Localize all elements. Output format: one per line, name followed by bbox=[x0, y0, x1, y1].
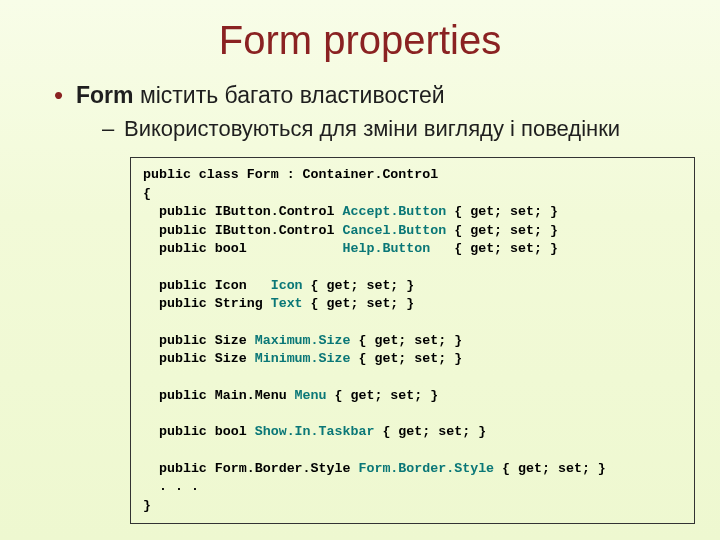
code-text: public class Form : Container.Control bbox=[143, 167, 438, 182]
code-prop: Accept.Button bbox=[343, 204, 447, 219]
code-prop: Menu bbox=[295, 388, 327, 403]
code-prop: Cancel.Button bbox=[343, 223, 447, 238]
code-prop: Form.Border.Style bbox=[358, 461, 494, 476]
code-text: public String bbox=[143, 296, 271, 311]
code-prop: Text bbox=[271, 296, 303, 311]
slide-title: Form properties bbox=[40, 18, 680, 63]
bullet-main-bold: Form bbox=[76, 82, 134, 108]
code-text: { get; set; } bbox=[446, 223, 558, 238]
bullet-main: Form містить багато властивостей Викорис… bbox=[54, 81, 680, 143]
code-text: public IButton.Control bbox=[143, 204, 343, 219]
code-text: { get; set; } bbox=[350, 333, 462, 348]
slide: Form properties Form містить багато влас… bbox=[0, 0, 720, 540]
code-text: public Size bbox=[143, 351, 255, 366]
code-text: { bbox=[143, 186, 151, 201]
code-text: { get; set; } bbox=[350, 351, 462, 366]
code-text: public Form.Border.Style bbox=[143, 461, 358, 476]
code-text: { get; set; } bbox=[327, 388, 439, 403]
code-block: public class Form : Container.Control { … bbox=[143, 166, 682, 515]
code-box: public class Form : Container.Control { … bbox=[130, 157, 695, 524]
code-text: { get; set; } bbox=[303, 296, 415, 311]
code-text: public bool bbox=[143, 241, 343, 256]
code-text: public Size bbox=[143, 333, 255, 348]
code-text: public Icon bbox=[143, 278, 271, 293]
code-prop: Icon bbox=[271, 278, 303, 293]
code-text: public Main.Menu bbox=[143, 388, 295, 403]
bullet-list: Form містить багато властивостей Викорис… bbox=[40, 81, 680, 143]
code-text: } bbox=[143, 498, 151, 513]
bullet-sub: Використовуються для зміни вигляду і пов… bbox=[102, 115, 680, 144]
code-text: { get; set; } bbox=[374, 424, 486, 439]
code-prop: Minimum.Size bbox=[255, 351, 351, 366]
code-text: public bool bbox=[143, 424, 255, 439]
code-text: { get; set; } bbox=[430, 241, 558, 256]
code-text: . . . bbox=[143, 479, 199, 494]
bullet-main-rest: містить багато властивостей bbox=[134, 82, 445, 108]
code-prop: Show.In.Taskbar bbox=[255, 424, 375, 439]
code-text: { get; set; } bbox=[303, 278, 415, 293]
code-prop: Help.Button bbox=[343, 241, 431, 256]
code-text: { get; set; } bbox=[446, 204, 558, 219]
code-text: public IButton.Control bbox=[143, 223, 343, 238]
code-text: { get; set; } bbox=[494, 461, 606, 476]
code-prop: Maximum.Size bbox=[255, 333, 351, 348]
bullet-sub-list: Використовуються для зміни вигляду і пов… bbox=[76, 115, 680, 144]
